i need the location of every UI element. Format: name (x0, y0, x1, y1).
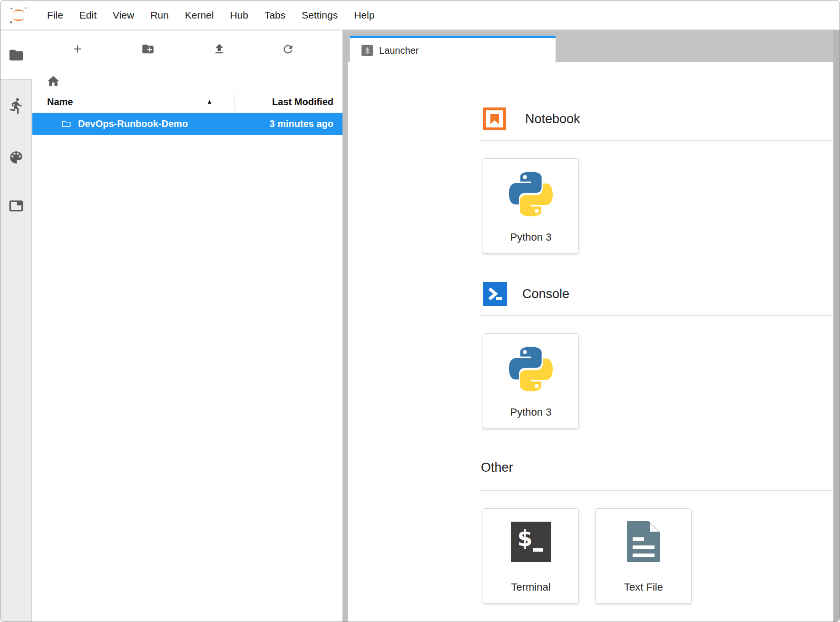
tab-bar: Launcher (348, 30, 840, 62)
breadcrumb-home[interactable] (46, 74, 60, 88)
folder-icon (0, 47, 32, 63)
new-folder-icon (141, 42, 155, 58)
menu-view[interactable]: View (105, 10, 142, 21)
tabs-icon (8, 198, 24, 216)
card-label: Text File (596, 581, 691, 593)
console-icon (483, 282, 507, 308)
python-logo-icon (483, 342, 578, 396)
sidebar-item-file-browser[interactable] (0, 30, 32, 80)
launcher-card-notebook-python3[interactable]: Python 3 (483, 158, 579, 253)
menubar-items: File Edit View Run Kernel Hub Tabs Setti… (39, 0, 382, 29)
terminal-icon: $ (483, 522, 578, 562)
right-edge-strip (833, 30, 840, 622)
text-file-icon (596, 520, 691, 563)
launcher-card-text-file[interactable]: Text File (596, 508, 692, 603)
sidebar-item-running-sessions[interactable] (0, 97, 32, 117)
upload-button[interactable] (212, 43, 226, 57)
menu-help[interactable]: Help (346, 10, 382, 21)
menu-hub[interactable]: Hub (222, 10, 256, 21)
card-label: Python 3 (483, 231, 578, 243)
left-sidebar (0, 30, 32, 622)
menu-run[interactable]: Run (142, 10, 177, 21)
refresh-icon (282, 43, 294, 58)
folder-outline-icon (61, 118, 72, 131)
launcher-panel: Notebook Python 3 (348, 62, 833, 622)
jupyterlab-window: File Edit View Run Kernel Hub Tabs Setti… (0, 0, 840, 622)
menu-tabs[interactable]: Tabs (256, 10, 293, 21)
main-area: Launcher Notebook (348, 30, 840, 622)
card-label: Python 3 (483, 406, 578, 418)
file-row-selected[interactable]: DevOps-Runbook-Demo 3 minutes ago (32, 113, 342, 135)
upload-icon (213, 42, 226, 58)
sort-ascending-icon[interactable]: ▲ (206, 90, 213, 113)
tab-launcher[interactable]: Launcher (350, 36, 556, 63)
running-man-icon (8, 97, 25, 117)
launcher-rocket-icon (361, 45, 373, 56)
sidebar-item-command-palette[interactable] (0, 149, 32, 167)
launcher-card-console-python3[interactable]: Python 3 (483, 333, 579, 428)
plus-icon (71, 43, 84, 57)
home-icon (46, 82, 60, 90)
new-folder-button[interactable] (141, 43, 155, 57)
file-list-header: Name ▲ Last Modified (32, 90, 342, 113)
palette-icon (8, 149, 24, 167)
jupyter-logo-icon[interactable] (8, 4, 29, 26)
menu-edit[interactable]: Edit (71, 10, 105, 21)
menu-kernel[interactable]: Kernel (177, 10, 222, 21)
section-title-notebook: Notebook (525, 112, 580, 126)
section-divider (480, 315, 832, 316)
new-launcher-button[interactable] (70, 43, 85, 57)
panel-split-handle[interactable] (342, 30, 348, 622)
refresh-button[interactable] (281, 43, 295, 57)
section-title-other: Other (481, 460, 513, 475)
card-label: Terminal (483, 581, 578, 593)
menu-settings[interactable]: Settings (293, 10, 346, 21)
tab-launcher-label: Launcher (379, 45, 419, 56)
file-last-modified: 3 minutes ago (270, 113, 333, 135)
menubar: File Edit View Run Kernel Hub Tabs Setti… (0, 0, 840, 30)
menu-file[interactable]: File (39, 10, 71, 21)
file-browser-panel: Name ▲ Last Modified DevOps-Runbook-Demo… (32, 30, 342, 622)
column-header-last-modified[interactable]: Last Modified (234, 90, 333, 113)
notebook-icon (483, 107, 506, 132)
section-divider (480, 140, 832, 141)
column-header-name[interactable]: Name (47, 90, 73, 113)
section-divider (480, 490, 832, 491)
file-name: DevOps-Runbook-Demo (78, 113, 188, 135)
launcher-card-terminal[interactable]: $ Terminal (483, 508, 579, 603)
python-logo-icon (483, 167, 578, 221)
sidebar-item-open-tabs[interactable] (0, 198, 32, 216)
section-title-console: Console (522, 287, 569, 301)
